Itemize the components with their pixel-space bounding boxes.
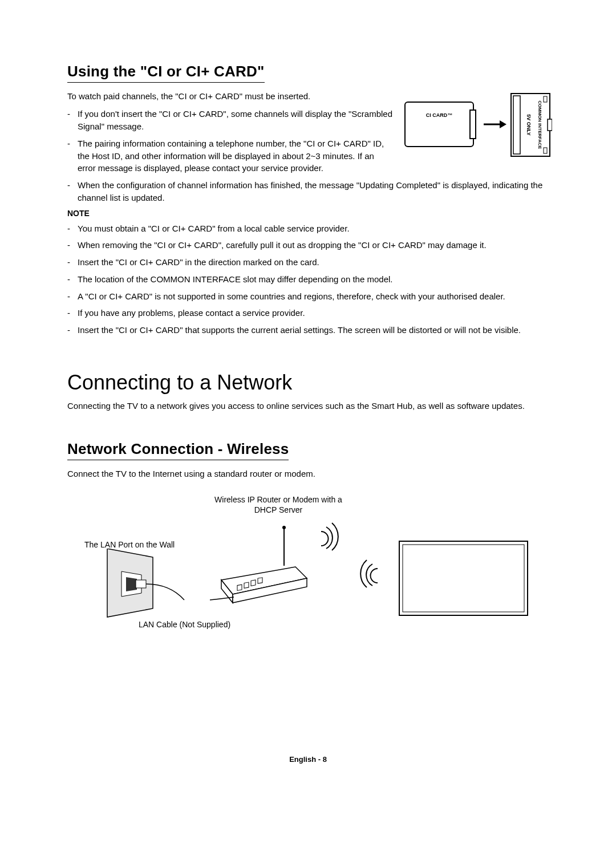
router-icon [210, 526, 313, 611]
ci-note: You must obtain a "CI or CI+ CARD" from … [78, 222, 552, 235]
slot-ci-label: COMMON INTERFACE [537, 101, 542, 150]
lan-port-label: The LAN Port on the Wall [84, 540, 175, 549]
ci-bullet: The pairing information containing a tel… [78, 137, 392, 175]
ci-card-section: Using the "CI or CI+ CARD" To watch paid… [67, 63, 552, 336]
svg-rect-17 [251, 580, 256, 586]
wireless-intro: Connect the TV to the Internet using a s… [67, 468, 552, 480]
svg-rect-6 [544, 96, 547, 102]
network-intro: Connecting the TV to a network gives you… [67, 400, 552, 412]
svg-rect-15 [237, 585, 242, 590]
wireless-diagram: Wireless IP Router or Modem with a DHCP … [67, 494, 552, 643]
ci-note: A "CI or CI+ CARD" is not supported in s… [78, 290, 552, 303]
tv-icon [398, 540, 529, 620]
svg-marker-11 [126, 577, 137, 591]
svg-rect-1 [470, 110, 476, 139]
svg-rect-18 [258, 578, 262, 583]
svg-rect-16 [244, 582, 249, 588]
svg-rect-20 [403, 545, 524, 612]
ci-note: When removing the "CI or CI+ CARD", care… [78, 239, 552, 251]
wall-port-icon [67, 549, 187, 623]
ci-card-diagram: CI CARD™ 5V ONLY COMMON INTERFACE [404, 91, 552, 179]
note-heading: NOTE [67, 209, 552, 218]
ci-note: If you have any problems, please contact… [78, 307, 552, 319]
slot-5v-label: 5V ONLY [526, 114, 532, 136]
svg-rect-12 [136, 580, 146, 588]
ci-notes-list: You must obtain a "CI or CI+ CARD" from … [67, 222, 552, 336]
svg-rect-7 [544, 148, 547, 153]
wireless-title: Network Connection - Wireless [67, 440, 289, 460]
ci-note: Insert the "CI or CI+ CARD" in the direc… [78, 256, 552, 269]
svg-rect-8 [548, 119, 552, 131]
ci-top-bullets: If you don't insert the "CI or CI+ CARD"… [67, 108, 392, 175]
ci-card-label-text: CI CARD™ [426, 112, 453, 118]
ci-note: The location of the COMMON INTERFACE slo… [78, 273, 552, 286]
router-caption: Wireless IP Router or Modem with a DHCP … [204, 494, 352, 515]
ci-section-title: Using the "CI or CI+ CARD" [67, 63, 265, 83]
wireless-waves-icon [355, 557, 383, 589]
svg-point-14 [282, 526, 286, 529]
ci-bullet: When the configuration of channel inform… [78, 179, 552, 204]
page-footer: English - 8 [0, 755, 616, 764]
ci-full-bullets: When the configuration of channel inform… [67, 179, 552, 204]
ci-note: Insert the "CI or CI+ CARD" that support… [78, 324, 552, 336]
svg-marker-3 [500, 120, 506, 128]
svg-rect-0 [405, 102, 473, 147]
wireless-waves-icon [318, 520, 347, 551]
network-heading: Connecting to a Network [67, 371, 552, 395]
ci-bullet: If you don't insert the "CI or CI+ CARD"… [78, 108, 392, 133]
ci-intro: To watch paid channels, the "CI or CI+ C… [67, 91, 392, 102]
